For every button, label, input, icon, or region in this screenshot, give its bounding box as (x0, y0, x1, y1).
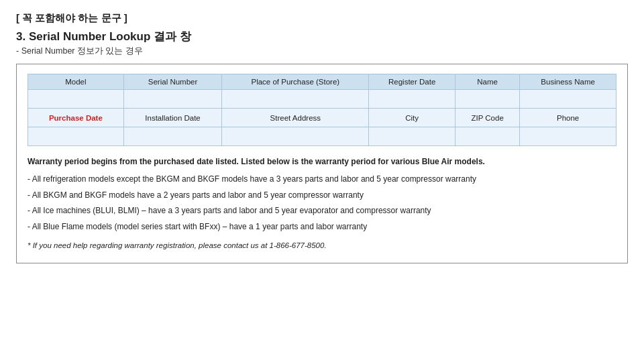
cell-purchase-value (28, 127, 124, 146)
col-register-date: Register Date (369, 74, 455, 90)
cell-serial-value (123, 90, 222, 109)
col-serial-number: Serial Number (123, 74, 222, 90)
section-subtitle: - Serial Number 정보가 있는 경우 (16, 46, 628, 57)
cell-place-value (222, 90, 369, 109)
col-street-address: Street Address (222, 109, 369, 127)
warranty-bullet-2: - All BKGM and BKGF models have a 2 year… (28, 189, 616, 202)
cell-phone-value (520, 127, 616, 146)
warranty-bullet-3: - All Ice machines (BLUI, BLMI) – have a… (28, 204, 616, 218)
section-title: 3. Serial Number Lookup 결과 창 (16, 29, 628, 44)
warranty-section: Warranty period begins from the purchase… (28, 156, 616, 252)
warranty-note: * If you need help regarding warranty re… (28, 239, 616, 252)
cell-zip-value (455, 127, 519, 146)
serial-number-table: Model Serial Number Place of Purchase (S… (28, 74, 616, 146)
col-model: Model (28, 74, 124, 90)
bracket-label: [ 꼭 포함해야 하는 문구 ] (16, 12, 628, 25)
cell-name-value (455, 90, 519, 109)
col-phone: Phone (520, 109, 616, 127)
cell-street-value (222, 127, 369, 146)
col-name: Name (455, 74, 519, 90)
col-place-of-purchase: Place of Purchase (Store) (222, 74, 369, 90)
table-data-row-2 (28, 127, 616, 146)
cell-register-value (369, 90, 455, 109)
warranty-bold-line: Warranty period begins from the purchase… (28, 156, 616, 169)
col-purchase-date: Purchase Date (28, 109, 124, 127)
table-wrapper: Model Serial Number Place of Purchase (S… (28, 74, 616, 146)
page-container: [ 꼭 포함해야 하는 문구 ] 3. Serial Number Lookup… (0, 0, 644, 274)
col-installation-date: Installation Date (123, 109, 222, 127)
content-box: Model Serial Number Place of Purchase (S… (16, 64, 628, 263)
warranty-bullet-4: - All Blue Flame models (model series st… (28, 221, 616, 234)
col-zip-code: ZIP Code (455, 109, 519, 127)
cell-installation-value (123, 127, 222, 146)
warranty-bullet-1: - All refrigeration models except the BK… (28, 173, 616, 186)
table-data-row-1 (28, 90, 616, 109)
col-business-name: Business Name (520, 74, 616, 90)
col-city: City (369, 109, 455, 127)
table-header-row-2: Purchase Date Installation Date Street A… (28, 109, 616, 127)
table-header-row-1: Model Serial Number Place of Purchase (S… (28, 74, 616, 90)
cell-model-value (28, 90, 124, 109)
cell-city-value (369, 127, 455, 146)
cell-business-value (520, 90, 616, 109)
